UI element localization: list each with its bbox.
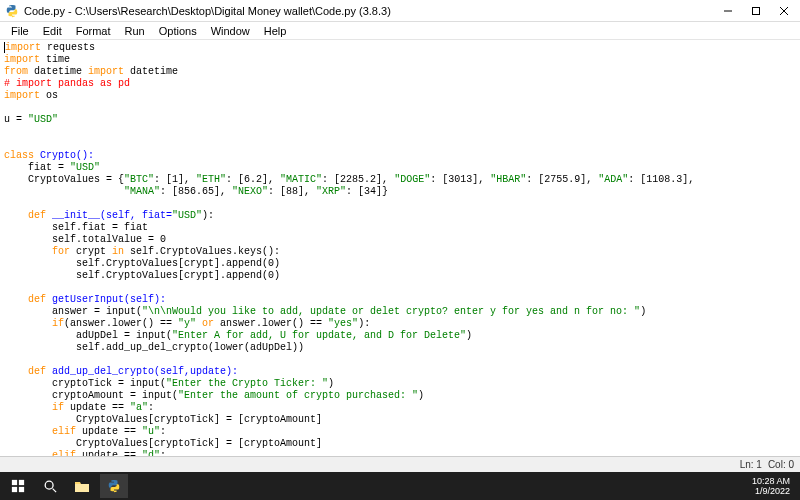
start-button[interactable] [4, 474, 32, 498]
taskbar-idle-icon[interactable] [100, 474, 128, 498]
svg-rect-2 [19, 480, 24, 485]
status-line: Ln: 1 [740, 459, 762, 470]
window-controls [714, 1, 798, 21]
menu-file[interactable]: File [4, 24, 36, 38]
tray-date: 1/9/2022 [755, 486, 790, 496]
svg-rect-6 [75, 484, 89, 492]
status-bar: Ln: 1 Col: 0 [0, 456, 800, 472]
menu-bar: File Edit Format Run Options Window Help [0, 22, 800, 40]
minimize-button[interactable] [714, 1, 742, 21]
svg-rect-3 [12, 487, 17, 492]
window-titlebar: Code.py - C:\Users\Research\Desktop\Digi… [0, 0, 800, 22]
maximize-button[interactable] [742, 1, 770, 21]
status-col: Col: 0 [768, 459, 794, 470]
svg-rect-1 [12, 480, 17, 485]
menu-window[interactable]: Window [204, 24, 257, 38]
menu-format[interactable]: Format [69, 24, 118, 38]
search-icon[interactable] [36, 474, 64, 498]
taskbar-file-explorer-icon[interactable] [68, 474, 96, 498]
close-button[interactable] [770, 1, 798, 21]
svg-point-5 [45, 481, 53, 489]
menu-run[interactable]: Run [118, 24, 152, 38]
system-tray[interactable]: 10:28 AM 1/9/2022 [746, 476, 796, 496]
code-editor[interactable]: import requests import time from datetim… [0, 40, 800, 456]
menu-edit[interactable]: Edit [36, 24, 69, 38]
svg-rect-0 [753, 7, 760, 14]
menu-options[interactable]: Options [152, 24, 204, 38]
window-title: Code.py - C:\Users\Research\Desktop\Digi… [24, 5, 714, 17]
tray-time: 10:28 AM [752, 476, 790, 486]
windows-taskbar: 10:28 AM 1/9/2022 [0, 472, 800, 500]
idle-app-icon [4, 3, 20, 19]
svg-rect-4 [19, 487, 24, 492]
menu-help[interactable]: Help [257, 24, 294, 38]
